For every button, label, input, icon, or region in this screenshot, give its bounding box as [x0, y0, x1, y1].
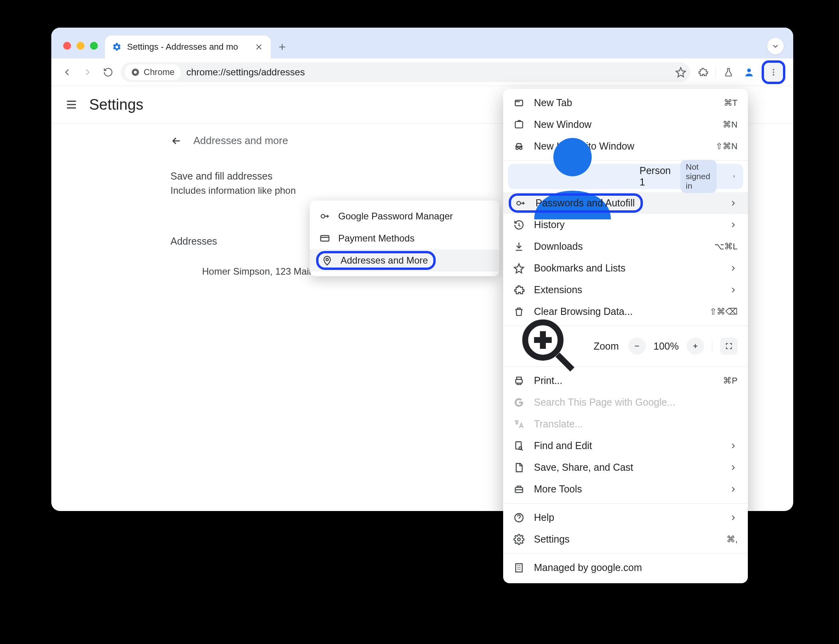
location-pin-icon	[322, 255, 333, 266]
menu-item-label: Print...	[534, 375, 562, 386]
menu-item-label: Save, Share, and Cast	[534, 462, 633, 473]
google-g-icon	[513, 397, 524, 408]
menu-item-label: Search This Page with Google...	[534, 397, 675, 408]
zoom-window-button[interactable]	[90, 42, 98, 50]
menu-item-find[interactable]: Find and Edit	[503, 435, 748, 457]
menu-shortcut: ⌘,	[727, 534, 738, 545]
menu-item-downloads[interactable]: Downloads ⌥⌘L	[503, 236, 748, 257]
menu-icon[interactable]	[65, 98, 78, 111]
menu-item-help[interactable]: Help	[503, 507, 748, 528]
chrome-logo-icon	[131, 68, 140, 77]
menu-item-settings[interactable]: Settings ⌘,	[503, 528, 748, 550]
file-icon	[513, 462, 524, 473]
menu-item-label: Settings	[534, 534, 569, 545]
menu-item-label: Extensions	[534, 284, 582, 296]
submenu-item-payment-methods[interactable]: Payment Methods	[310, 227, 499, 249]
submenu-item-password-manager[interactable]: Google Password Manager	[310, 205, 499, 227]
menu-item-label: History	[534, 219, 565, 230]
chevron-right-icon	[729, 264, 738, 273]
menu-item-label: New Tab	[534, 97, 572, 109]
menu-shortcut: ⌘T	[724, 98, 738, 108]
menu-item-translate: Translate...	[503, 413, 748, 435]
tab-strip: Settings - Addresses and mo	[51, 28, 793, 58]
svg-rect-7	[321, 236, 329, 241]
zoom-in-button[interactable]	[687, 337, 704, 355]
zoom-out-button[interactable]	[628, 337, 646, 355]
browser-tab[interactable]: Settings - Addresses and mo	[105, 36, 271, 58]
key-icon	[319, 211, 330, 222]
close-tab-icon[interactable]	[254, 42, 264, 52]
menu-item-more-tools[interactable]: More Tools	[503, 478, 748, 500]
overflow-menu: New Tab ⌘T New Window ⌘N New Incognito W…	[503, 89, 748, 583]
new-tab-button[interactable]	[272, 37, 292, 57]
tab-icon	[513, 97, 524, 109]
menu-item-bookmarks[interactable]: Bookmarks and Lists	[503, 257, 748, 279]
menu-zoom-row: Zoom 100%	[503, 329, 748, 363]
arrow-left-icon[interactable]	[170, 135, 182, 147]
svg-rect-22	[516, 564, 522, 572]
svg-point-6	[321, 214, 325, 218]
menu-item-label: Help	[534, 512, 554, 523]
menu-shortcut: ⇧⌘N	[715, 141, 738, 152]
menu-item-extensions[interactable]: Extensions	[503, 279, 748, 301]
menu-shortcut: ⌘N	[723, 120, 738, 130]
menu-item-managed[interactable]: Managed by google.com	[503, 557, 748, 578]
chevron-right-icon	[729, 513, 738, 522]
svg-point-1	[134, 71, 137, 73]
credit-card-icon	[319, 233, 330, 244]
profile-name: Person 1	[640, 165, 671, 188]
arrow-right-icon	[82, 67, 93, 78]
svg-rect-17	[516, 442, 521, 449]
menu-item-label: Downloads	[534, 241, 583, 252]
menu-item-save-share[interactable]: Save, Share, and Cast	[503, 457, 748, 478]
profile-button[interactable]	[741, 64, 757, 80]
menu-profile-row[interactable]: Person 1 Not signed in	[508, 164, 743, 189]
svg-point-3	[773, 69, 774, 70]
svg-point-8	[326, 258, 328, 261]
chevron-right-icon	[732, 172, 736, 181]
menu-item-label: Find and Edit	[534, 440, 592, 451]
submenu-item-label: Google Password Manager	[338, 211, 453, 222]
extensions-button[interactable]	[695, 64, 711, 80]
plus-icon	[277, 42, 287, 52]
menu-shortcut: ⌥⌘L	[714, 242, 738, 252]
labs-button[interactable]	[721, 64, 736, 80]
fullscreen-button[interactable]	[720, 337, 738, 355]
profile-badge: Not signed in	[680, 160, 717, 193]
overflow-menu-button[interactable]	[764, 63, 783, 82]
menu-item-label: Translate...	[534, 418, 583, 430]
svg-point-14	[517, 201, 521, 205]
url-text: chrome://settings/addresses	[186, 67, 305, 78]
dots-vertical-icon	[769, 68, 778, 77]
bookmark-star-icon[interactable]	[675, 67, 686, 78]
chevron-down-icon	[771, 42, 780, 51]
submenu-item-addresses[interactable]: Addresses and More	[310, 249, 499, 271]
menu-item-label: Passwords and Autofill	[536, 197, 635, 209]
omnibox[interactable]: Chrome chrome://settings/addresses	[121, 62, 690, 82]
svg-point-21	[518, 538, 521, 541]
breadcrumb-label: Addresses and more	[193, 135, 288, 147]
reload-button[interactable]	[100, 64, 116, 80]
help-icon	[513, 512, 524, 523]
minimize-window-button[interactable]	[77, 42, 84, 50]
sidebar	[51, 124, 155, 277]
star-icon	[513, 263, 524, 274]
download-icon	[513, 241, 524, 252]
menu-shortcut: ⌘P	[723, 376, 738, 386]
puzzle-icon	[698, 67, 708, 77]
menu-item-new-tab[interactable]: New Tab ⌘T	[503, 92, 748, 114]
back-button[interactable]	[59, 64, 75, 80]
forward-button[interactable]	[80, 64, 96, 80]
menu-item-search-page: Search This Page with Google...	[503, 391, 748, 413]
menu-shortcut: ⇧⌘⌫	[710, 307, 738, 317]
site-chip[interactable]: Chrome	[125, 64, 181, 80]
tab-title: Settings - Addresses and mo	[127, 42, 238, 52]
tab-search-button[interactable]	[767, 38, 784, 54]
passwords-autofill-submenu: Google Password Manager Payment Methods …	[310, 200, 499, 276]
svg-point-13	[553, 138, 592, 176]
traffic-lights	[58, 42, 103, 58]
close-window-button[interactable]	[63, 42, 71, 50]
chevron-right-icon	[729, 221, 738, 229]
menu-item-passwords-autofill[interactable]: Passwords and Autofill	[503, 192, 748, 214]
flask-icon	[723, 67, 734, 77]
